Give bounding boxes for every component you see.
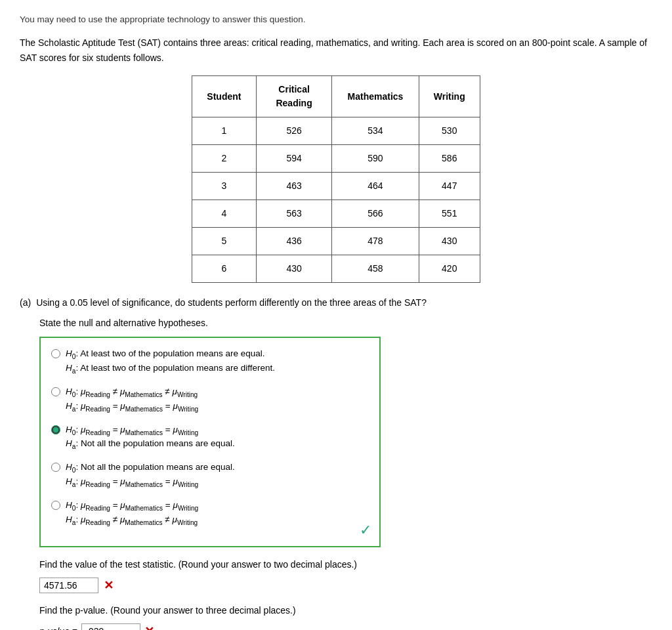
- cell-mathematics: 464: [332, 173, 419, 200]
- cell-student: 1: [192, 117, 257, 145]
- table-row: 6430458420: [192, 255, 480, 283]
- col-header-student: Student: [192, 76, 257, 117]
- radio-option-5[interactable]: [51, 501, 60, 510]
- p-value-input-row: p-value = ✕: [39, 623, 652, 630]
- cell-writing: 447: [419, 173, 480, 200]
- cell-critical-reading: 436: [256, 228, 332, 255]
- hypothesis-option-1: H0: At least two of the population means…: [51, 347, 369, 376]
- p-value-label: p-value =: [39, 625, 77, 630]
- part-a-question: Using a 0.05 level of significance, do s…: [36, 296, 427, 310]
- correct-checkmark: ✓: [360, 519, 371, 541]
- cell-mathematics: 478: [332, 228, 419, 255]
- test-stat-input[interactable]: [39, 578, 98, 593]
- test-stat-section: Find the value of the test statistic. (R…: [39, 558, 652, 630]
- col-header-mathematics: Mathematics: [332, 76, 419, 117]
- cell-critical-reading: 526: [256, 117, 332, 145]
- hypothesis-option-2: H0: μReading ≠ μMathematics ≠ μWriting H…: [51, 385, 369, 414]
- cell-mathematics: 566: [332, 200, 419, 228]
- h0-option-4: H0: Not all the population means are equ…: [66, 461, 235, 475]
- p-value-instruction: Find the p-value. (Round your answer to …: [39, 604, 652, 618]
- test-stat-input-row: ✕: [39, 577, 652, 595]
- part-a-label: (a) Using a 0.05 level of significance, …: [20, 296, 652, 310]
- ha-option-3: Ha: Not all the population means are equ…: [66, 437, 369, 452]
- table-row: 1526534530: [192, 117, 480, 145]
- hypothesis-option-3: H0: μReading = μMathematics = μWriting H…: [51, 423, 369, 452]
- ha-option-1: Ha: At least two of the population means…: [66, 362, 369, 376]
- col-header-critical-reading: CriticalReading: [256, 76, 332, 117]
- ha-option-4: Ha: μReading = μMathematics = μWriting: [66, 475, 369, 490]
- table-row: 3463464447: [192, 173, 480, 200]
- sat-scores-table: Student CriticalReading Mathematics Writ…: [192, 75, 480, 283]
- h0-option-1: H0: At least two of the population means…: [66, 347, 265, 362]
- intro-paragraph: The Scholastic Aptitude Test (SAT) conta…: [20, 35, 652, 65]
- cell-mathematics: 534: [332, 117, 419, 145]
- cell-student: 5: [192, 228, 257, 255]
- p-value-input[interactable]: [81, 623, 140, 630]
- part-letter: (a): [20, 296, 31, 310]
- cell-student: 3: [192, 173, 257, 200]
- table-wrapper: Student CriticalReading Mathematics Writ…: [20, 75, 652, 283]
- radio-option-4[interactable]: [51, 463, 60, 472]
- top-note: You may need to use the appropriate tech…: [20, 13, 652, 26]
- ha-option-5: Ha: μReading ≠ μMathematics ≠ μWriting: [66, 513, 369, 528]
- cell-writing: 530: [419, 117, 480, 145]
- cell-critical-reading: 594: [256, 145, 332, 173]
- cell-student: 6: [192, 255, 257, 283]
- cell-student: 4: [192, 200, 257, 228]
- hypothesis-option-5: H0: μReading = μMathematics = μWriting H…: [51, 499, 369, 528]
- sub-instruction: State the null and alternative hypothese…: [39, 316, 652, 330]
- hypothesis-option-4: H0: Not all the population means are equ…: [51, 461, 369, 490]
- table-row: 4563566551: [192, 200, 480, 228]
- h0-option-3: H0: μReading = μMathematics = μWriting: [66, 423, 198, 438]
- radio-option-2[interactable]: [51, 387, 60, 396]
- cell-writing: 430: [419, 228, 480, 255]
- ha-option-2: Ha: μReading = μMathematics = μWriting: [66, 400, 369, 414]
- table-row: 5436478430: [192, 228, 480, 255]
- cell-critical-reading: 463: [256, 173, 332, 200]
- h0-option-2: H0: μReading ≠ μMathematics ≠ μWriting: [66, 385, 198, 400]
- cell-student: 2: [192, 145, 257, 173]
- cell-critical-reading: 563: [256, 200, 332, 228]
- cell-mathematics: 458: [332, 255, 419, 283]
- col-header-writing: Writing: [419, 76, 480, 117]
- test-stat-clear-icon[interactable]: ✕: [104, 577, 114, 595]
- cell-writing: 551: [419, 200, 480, 228]
- cell-critical-reading: 430: [256, 255, 332, 283]
- p-value-clear-icon[interactable]: ✕: [144, 623, 154, 630]
- radio-option-1[interactable]: [51, 349, 60, 358]
- radio-option-3[interactable]: [51, 425, 60, 434]
- table-row: 2594590586: [192, 145, 480, 173]
- hypothesis-box: H0: At least two of the population means…: [39, 337, 381, 547]
- test-stat-instruction: Find the value of the test statistic. (R…: [39, 558, 652, 572]
- question-section-a: (a) Using a 0.05 level of significance, …: [20, 296, 652, 630]
- cell-mathematics: 590: [332, 145, 419, 173]
- cell-writing: 420: [419, 255, 480, 283]
- h0-option-5: H0: μReading = μMathematics = μWriting: [66, 499, 198, 513]
- cell-writing: 586: [419, 145, 480, 173]
